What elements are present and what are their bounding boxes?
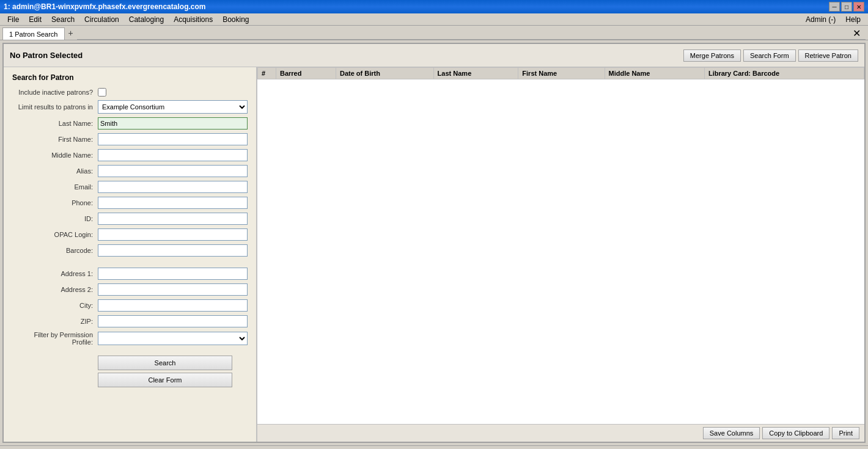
no-patron-label: No Patron Selected bbox=[10, 51, 83, 60]
email-label: Email: bbox=[12, 183, 98, 191]
minimize-button[interactable]: ─ bbox=[829, 2, 840, 12]
menu-cataloging[interactable]: Cataloging bbox=[124, 14, 169, 25]
retrieve-patron-button[interactable]: Retrieve Patron bbox=[798, 49, 858, 62]
col-first-name: First Name bbox=[518, 68, 605, 79]
save-columns-button[interactable]: Save Columns bbox=[703, 427, 760, 439]
limit-results-label: Limit results to patrons in bbox=[12, 103, 98, 111]
alias-row: Alias: bbox=[12, 165, 248, 177]
form-buttons: Search Clear Form bbox=[12, 356, 248, 387]
phone-row: Phone: bbox=[12, 197, 248, 209]
barcode-row: Barcode: bbox=[12, 244, 248, 257]
results-table-container: # Barred Date of Birth Last Name First N… bbox=[257, 67, 864, 424]
first-name-row: First Name: bbox=[12, 133, 248, 145]
opac-login-label: OPAC Login: bbox=[12, 231, 98, 238]
menu-edit[interactable]: Edit bbox=[24, 14, 46, 25]
filter-row: Filter by Permission Profile: bbox=[12, 331, 248, 346]
results-table: # Barred Date of Birth Last Name First N… bbox=[257, 67, 864, 79]
middle-name-label: Middle Name: bbox=[12, 151, 98, 159]
merge-patrons-button[interactable]: Merge Patrons bbox=[683, 49, 741, 62]
search-panel: Search for Patron Include inactive patro… bbox=[4, 67, 257, 442]
phone-label: Phone: bbox=[12, 199, 98, 206]
alias-input[interactable] bbox=[98, 165, 248, 177]
email-row: Email: bbox=[12, 181, 248, 193]
copy-clipboard-button[interactable]: Copy to Clipboard bbox=[762, 427, 829, 439]
include-inactive-checkbox[interactable] bbox=[98, 88, 106, 97]
menu-acquisitions[interactable]: Acquisitions bbox=[169, 14, 218, 25]
help-menu[interactable]: Help bbox=[840, 14, 866, 25]
filter-select[interactable] bbox=[98, 332, 248, 345]
address1-row: Address 1: bbox=[12, 268, 248, 280]
last-name-row: Last Name: bbox=[12, 117, 248, 130]
barcode-label: Barcode: bbox=[12, 247, 98, 254]
id-label: ID: bbox=[12, 215, 98, 222]
include-inactive-row: Include inactive patrons? bbox=[12, 88, 248, 97]
last-name-input[interactable] bbox=[98, 117, 248, 130]
search-button[interactable]: Search bbox=[98, 356, 232, 370]
limit-results-row: Limit results to patrons in Example Cons… bbox=[12, 100, 248, 114]
col-last-name: Last Name bbox=[433, 68, 518, 79]
search-form-title: Search for Patron bbox=[12, 73, 248, 82]
col-dob: Date of Birth bbox=[336, 68, 433, 79]
id-row: ID: bbox=[12, 213, 248, 225]
city-row: City: bbox=[12, 299, 248, 312]
search-form-button[interactable]: Search Form bbox=[743, 49, 796, 62]
menubar: File Edit Search Circulation Cataloging … bbox=[0, 13, 868, 26]
id-input[interactable] bbox=[98, 213, 248, 225]
city-input[interactable] bbox=[98, 299, 248, 312]
opac-login-row: OPAC Login: bbox=[12, 228, 248, 241]
menu-file[interactable]: File bbox=[2, 14, 24, 25]
middle-name-row: Middle Name: bbox=[12, 149, 248, 161]
tab-patron-search[interactable]: 1 Patron Search bbox=[2, 27, 65, 40]
include-inactive-label: Include inactive patrons? bbox=[12, 89, 98, 96]
col-middle-name: Middle Name bbox=[605, 68, 704, 79]
opac-login-input[interactable] bbox=[98, 228, 248, 241]
menu-booking[interactable]: Booking bbox=[218, 14, 254, 25]
address1-input[interactable] bbox=[98, 268, 248, 280]
menu-search[interactable]: Search bbox=[46, 14, 79, 25]
clear-form-button[interactable]: Clear Form bbox=[98, 373, 232, 387]
address2-row: Address 2: bbox=[12, 283, 248, 296]
email-input[interactable] bbox=[98, 181, 248, 193]
city-label: City: bbox=[12, 302, 98, 309]
first-name-label: First Name: bbox=[12, 136, 98, 143]
print-button[interactable]: Print bbox=[832, 427, 859, 439]
results-panel: # Barred Date of Birth Last Name First N… bbox=[257, 67, 864, 442]
main-window: No Patron Selected Merge Patrons Search … bbox=[2, 43, 866, 443]
col-barred: Barred bbox=[276, 68, 336, 79]
alias-label: Alias: bbox=[12, 167, 98, 175]
address2-input[interactable] bbox=[98, 283, 248, 296]
address2-label: Address 2: bbox=[12, 286, 98, 293]
tabbar: 1 Patron Search + ✕ bbox=[0, 26, 868, 40]
barcode-input[interactable] bbox=[98, 244, 248, 257]
content-area: Search for Patron Include inactive patro… bbox=[4, 67, 864, 442]
limit-results-select[interactable]: Example Consortium bbox=[98, 100, 248, 114]
top-buttons: Merge Patrons Search Form Retrieve Patro… bbox=[683, 49, 858, 62]
table-header-row: # Barred Date of Birth Last Name First N… bbox=[258, 68, 864, 79]
zip-label: ZIP: bbox=[12, 318, 98, 325]
close-button[interactable]: ✕ bbox=[853, 2, 864, 12]
middle-name-input[interactable] bbox=[98, 149, 248, 161]
titlebar-text: 1: admin@BR1-winxpvmfx.phasefx.evergreen… bbox=[4, 2, 205, 11]
zip-input[interactable] bbox=[98, 315, 248, 327]
top-action-bar: No Patron Selected Merge Patrons Search … bbox=[4, 44, 864, 67]
new-tab-button[interactable]: + bbox=[65, 26, 77, 40]
menu-circulation[interactable]: Circulation bbox=[79, 14, 124, 25]
col-barcode: Library Card: Barcode bbox=[704, 68, 864, 79]
admin-menu[interactable]: Admin (-) bbox=[801, 14, 840, 25]
restore-button[interactable]: □ bbox=[841, 2, 852, 12]
zip-row: ZIP: bbox=[12, 315, 248, 327]
address1-label: Address 1: bbox=[12, 270, 98, 277]
bottom-bar: Save Columns Copy to Clipboard Print bbox=[257, 424, 864, 442]
last-name-label: Last Name: bbox=[12, 120, 98, 127]
titlebar: 1: admin@BR1-winxpvmfx.phasefx.evergreen… bbox=[0, 0, 868, 13]
window-close-icon[interactable]: ✕ bbox=[848, 27, 866, 40]
first-name-input[interactable] bbox=[98, 133, 248, 145]
col-num: # bbox=[258, 68, 276, 79]
phone-input[interactable] bbox=[98, 197, 248, 209]
tab-label: 1 Patron Search bbox=[9, 31, 58, 38]
statusbar bbox=[0, 445, 868, 449]
filter-label: Filter by Permission Profile: bbox=[12, 331, 98, 346]
titlebar-controls: ─ □ ✕ bbox=[829, 2, 864, 12]
